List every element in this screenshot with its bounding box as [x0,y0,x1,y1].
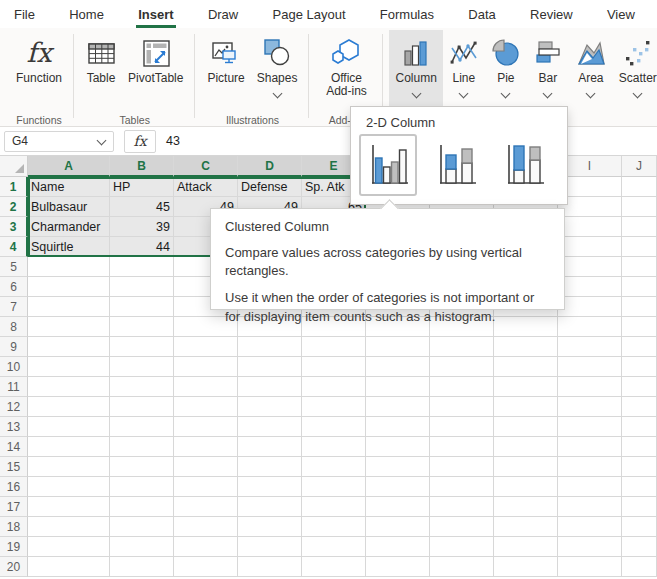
row-header-6[interactable]: 6 [0,277,28,297]
menu-file[interactable]: File [12,3,37,28]
row-header-13[interactable]: 13 [0,417,28,437]
cell-A14[interactable] [28,437,110,457]
cell-J2[interactable] [622,197,657,217]
cell-I15[interactable] [558,457,622,477]
cell-F12[interactable] [366,397,430,417]
cell-A18[interactable] [28,517,110,537]
column-header-B[interactable]: B [110,156,174,177]
cell-E18[interactable] [302,517,366,537]
cell-C14[interactable] [174,437,238,457]
cell-B2[interactable]: 45 [110,197,174,217]
row-header-18[interactable]: 18 [0,517,28,537]
cell-B1[interactable]: HP [110,177,174,197]
cell-A9[interactable] [28,337,110,357]
cell-G10[interactable] [430,357,494,377]
chevron-down-icon[interactable] [97,135,107,145]
cell-I10[interactable] [558,357,622,377]
cell-G19[interactable] [430,537,494,557]
100-percent-stacked-column-option[interactable] [495,134,553,196]
row-header-4[interactable]: 4 [0,237,28,257]
cell-B10[interactable] [110,357,174,377]
cell-F16[interactable] [366,477,430,497]
cell-F19[interactable] [366,537,430,557]
cell-C16[interactable] [174,477,238,497]
cell-D1[interactable]: Defense [238,177,302,197]
cell-J19[interactable] [622,537,657,557]
cell-E15[interactable] [302,457,366,477]
cell-B16[interactable] [110,477,174,497]
cell-C12[interactable] [174,397,238,417]
cell-B12[interactable] [110,397,174,417]
cell-G9[interactable] [430,337,494,357]
chevron-down-icon[interactable] [586,89,596,99]
cell-F11[interactable] [366,377,430,397]
cell-G11[interactable] [430,377,494,397]
cell-E20[interactable] [302,557,366,577]
cell-J4[interactable] [622,237,657,257]
cell-C13[interactable] [174,417,238,437]
area-chart-button[interactable]: Area [569,30,613,102]
cell-J13[interactable] [622,417,657,437]
menu-page-layout[interactable]: Page Layout [271,3,348,28]
cell-D15[interactable] [238,457,302,477]
row-header-16[interactable]: 16 [0,477,28,497]
column-header-J[interactable]: J [622,156,657,177]
cell-J16[interactable] [622,477,657,497]
cell-F17[interactable] [366,497,430,517]
cell-A2[interactable]: Bulbasaur [28,197,110,217]
cell-J14[interactable] [622,437,657,457]
cell-E9[interactable] [302,337,366,357]
row-header-2[interactable]: 2 [0,197,28,217]
cell-E13[interactable] [302,417,366,437]
cell-B20[interactable] [110,557,174,577]
cell-H13[interactable] [494,417,558,437]
column-header-D[interactable]: D [238,156,302,177]
cell-F10[interactable] [366,357,430,377]
cell-E19[interactable] [302,537,366,557]
cell-F20[interactable] [366,557,430,577]
cell-D11[interactable] [238,377,302,397]
cell-C1[interactable]: Attack [174,177,238,197]
cell-G18[interactable] [430,517,494,537]
column-header-C[interactable]: C [174,156,238,177]
cell-B4[interactable]: 44 [110,237,174,257]
cell-H11[interactable] [494,377,558,397]
cell-I7[interactable] [558,297,622,317]
cell-D17[interactable] [238,497,302,517]
cell-A11[interactable] [28,377,110,397]
cell-F15[interactable] [366,457,430,477]
chevron-down-icon[interactable] [633,89,643,99]
shapes-button[interactable]: Shapes [251,30,304,102]
cell-I17[interactable] [558,497,622,517]
cell-A12[interactable] [28,397,110,417]
column-chart-button[interactable]: Column [389,30,442,106]
cell-H12[interactable] [494,397,558,417]
function-button[interactable]: fx Function [10,30,68,102]
cell-C20[interactable] [174,557,238,577]
cell-E14[interactable] [302,437,366,457]
cell-I5[interactable] [558,257,622,277]
cell-A19[interactable] [28,537,110,557]
cell-C11[interactable] [174,377,238,397]
cell-A15[interactable] [28,457,110,477]
cell-G12[interactable] [430,397,494,417]
cell-B14[interactable] [110,437,174,457]
row-header-11[interactable]: 11 [0,377,28,397]
cell-H15[interactable] [494,457,558,477]
cell-B7[interactable] [110,297,174,317]
cell-B11[interactable] [110,377,174,397]
cell-B18[interactable] [110,517,174,537]
cell-J7[interactable] [622,297,657,317]
row-header-17[interactable]: 17 [0,497,28,517]
cell-J9[interactable] [622,337,657,357]
table-button[interactable]: Table [80,30,122,102]
cell-H9[interactable] [494,337,558,357]
cell-D16[interactable] [238,477,302,497]
cell-J3[interactable] [622,217,657,237]
cell-E16[interactable] [302,477,366,497]
cell-H20[interactable] [494,557,558,577]
column-header-A[interactable]: A [28,156,110,177]
row-header-20[interactable]: 20 [0,557,28,577]
cell-I6[interactable] [558,277,622,297]
row-header-8[interactable]: 8 [0,317,28,337]
